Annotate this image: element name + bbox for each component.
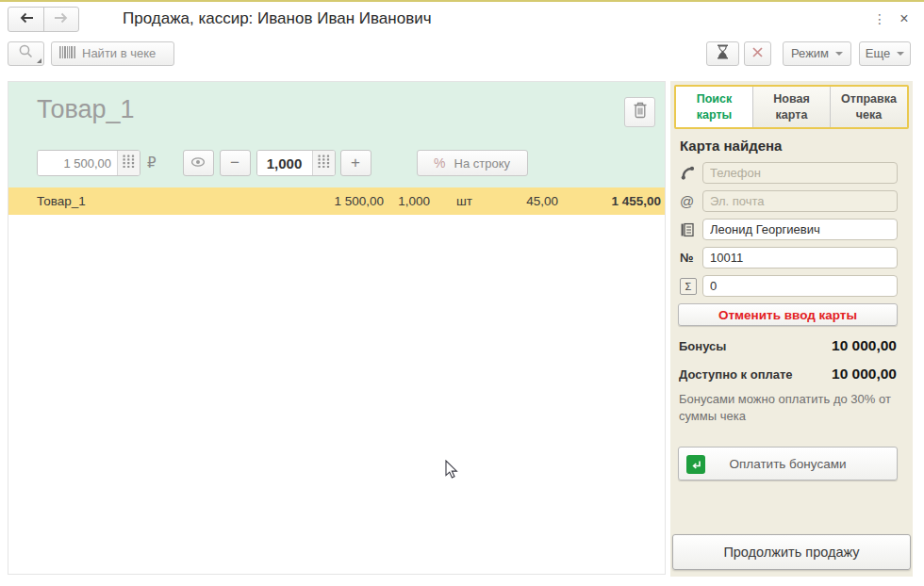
page-title: Продажа, кассир: Иванов Иван Иванович: [123, 9, 432, 28]
plus-icon: +: [351, 154, 360, 172]
quantity-keypad-button[interactable]: [312, 151, 335, 175]
sidebar-content: Карта найдена @ №: [670, 138, 913, 480]
bonus-note: Бонусами можно оплатить до 30% от суммы …: [678, 391, 898, 424]
line-discount-label: На строку: [454, 156, 510, 171]
phone-icon: [678, 165, 702, 181]
pay-with-bonuses-button[interactable]: Оплатить бонусами: [678, 447, 898, 480]
continue-sale-button[interactable]: Продолжить продажу: [672, 534, 911, 570]
percent-icon: %: [434, 155, 445, 171]
window-close-icon[interactable]: ×: [890, 10, 918, 27]
cancel-search-button[interactable]: [744, 41, 771, 66]
toolbar: Найти в чеке Режим Еще: [0, 41, 924, 66]
tab-send-receipt[interactable]: Отправка чека: [830, 87, 907, 127]
wait-button[interactable]: [706, 41, 739, 66]
back-button[interactable]: [8, 8, 43, 31]
tab-card-search[interactable]: Поиск карты: [676, 87, 752, 127]
more-dropdown-button[interactable]: Еще: [859, 41, 911, 66]
number-sign-icon: №: [678, 251, 702, 265]
phone-field-row: [678, 162, 898, 184]
line-product-name: Товар_1: [37, 194, 271, 208]
view-line-button[interactable]: [183, 150, 214, 176]
minus-icon: −: [230, 154, 239, 172]
card-number-input[interactable]: [702, 247, 898, 269]
line-price: 1 500,00: [271, 194, 384, 208]
find-in-receipt-label: Найти в чеке: [82, 46, 156, 60]
line-quantity: 1,000: [384, 194, 430, 208]
quantity-decrease-button[interactable]: −: [220, 150, 251, 176]
search-menu-corner: [37, 58, 41, 63]
keypad-icon: [318, 155, 330, 172]
receipt-line-row[interactable]: Товар_1 1 500,00 1,000 шт 45,00 1 455,00: [8, 187, 665, 215]
chevron-down-icon: [897, 52, 904, 56]
pos-window: Продажа, кассир: Иванов Иван Иванович ⋮ …: [0, 0, 924, 586]
sum-field-row: Σ: [678, 275, 898, 297]
enter-arrow-icon: [686, 455, 705, 474]
card-status-title: Карта найдена: [680, 138, 898, 154]
ruble-sign: ₽: [147, 155, 157, 171]
quantity-input-box: [256, 150, 336, 176]
selected-product-panel: Товар_1 ₽: [8, 82, 665, 187]
loyalty-sidebar: Поиск карты Новая карта Отправка чека Ка…: [670, 81, 913, 577]
eye-icon: [190, 154, 206, 172]
line-edit-controls: ₽ − +: [37, 150, 528, 176]
tab-new-card[interactable]: Новая карта: [752, 87, 830, 127]
sidebar-tabs: Поиск карты Новая карта Отправка чека: [674, 85, 909, 129]
line-discount: 45,00: [490, 194, 558, 208]
product-title: Товар_1: [37, 95, 135, 124]
arrow-left-icon: [19, 10, 34, 27]
titlebar: Продажа, кассир: Иванов Иван Иванович ⋮ …: [0, 5, 924, 33]
available-value: 10 000,00: [832, 366, 897, 383]
quantity-increase-button[interactable]: +: [340, 150, 371, 176]
mode-label: Режим: [791, 46, 829, 60]
available-line: Доступно к оплате 10 000,00: [678, 366, 898, 383]
cancel-card-entry-button[interactable]: Отменить ввод карты: [678, 303, 898, 326]
bonuses-label: Бонусы: [679, 339, 726, 353]
bonuses-value: 10 000,00: [832, 337, 897, 354]
card-number-field-row: №: [678, 247, 898, 269]
pay-with-bonuses-label: Оплатить бонусами: [730, 457, 847, 471]
price-input[interactable]: [38, 151, 117, 175]
sigma-icon-wrap: Σ: [678, 278, 702, 295]
email-at-icon: @: [678, 193, 702, 209]
nav-button-group: [8, 7, 79, 32]
trash-icon: [633, 102, 648, 122]
sigma-icon: Σ: [680, 278, 697, 295]
email-field-row: @: [678, 190, 898, 212]
forward-button[interactable]: [43, 8, 78, 31]
delete-line-button[interactable]: [624, 97, 655, 127]
available-label: Доступно к оплате: [679, 367, 793, 382]
contact-card-icon: [678, 222, 702, 237]
phone-input[interactable]: [702, 162, 898, 184]
find-in-receipt-button[interactable]: Найти в чеке: [51, 41, 174, 66]
search-icon: [18, 43, 34, 63]
keypad-icon: [123, 155, 135, 172]
email-input[interactable]: [702, 190, 898, 212]
price-keypad-button[interactable]: [117, 151, 140, 175]
quantity-input[interactable]: [257, 151, 312, 175]
mode-dropdown-button[interactable]: Режим: [783, 41, 851, 66]
line-unit: шт: [430, 194, 490, 208]
window-menu-icon[interactable]: ⋮: [869, 11, 890, 26]
chevron-down-icon: [835, 52, 843, 56]
line-total: 1 455,00: [558, 194, 661, 208]
window-accent-bar: [0, 0, 924, 2]
cardholder-field-row: [678, 219, 898, 240]
x-icon: [751, 45, 764, 62]
arrow-right-icon: [54, 10, 69, 27]
search-button[interactable]: [8, 41, 44, 66]
receipt-panel: Товар_1 ₽: [8, 81, 666, 575]
cardholder-input[interactable]: [702, 219, 898, 240]
hourglass-icon: [716, 44, 730, 63]
price-input-box: [37, 150, 140, 176]
more-label: Еще: [866, 46, 890, 60]
barcode-icon: [59, 46, 75, 61]
line-discount-button[interactable]: % На строку: [417, 150, 528, 176]
bonuses-line: Бонусы 10 000,00: [678, 337, 898, 354]
sum-input[interactable]: [702, 275, 898, 297]
